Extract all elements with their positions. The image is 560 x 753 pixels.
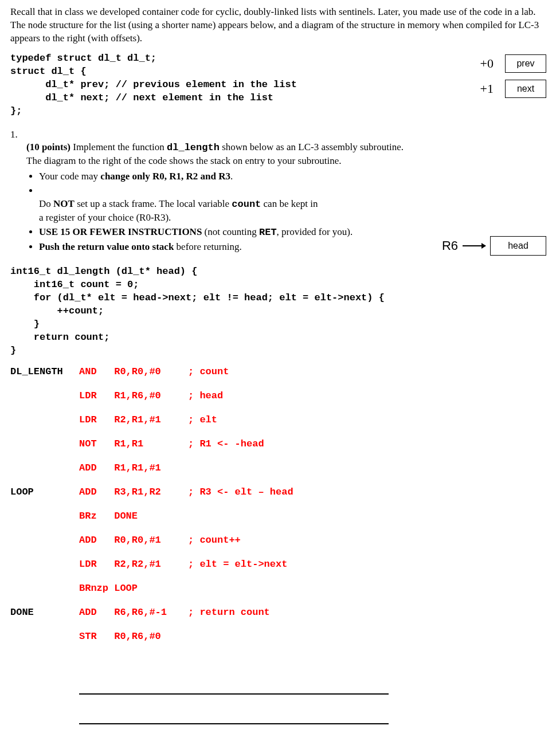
blank-line: [79, 707, 389, 724]
asm-instruction: BRnzp LOOP: [79, 582, 188, 595]
arrow-icon: [463, 245, 485, 246]
q1-lead-a: Implement the function: [71, 142, 167, 152]
asm-row: BRnzp LOOP: [10, 582, 550, 606]
asm-instruction: ADD R0,R0,#1: [79, 534, 188, 547]
asm-comment: ; return count: [188, 606, 270, 619]
intro-paragraph: Recall that in class we developed contai…: [10, 6, 550, 45]
asm-comment: ; R1 <- -head: [188, 438, 264, 451]
blank-line: [79, 677, 389, 695]
assembly-listing: DL_LENGTHAND R0,R0,#0; countLDR R1,R6,#0…: [10, 366, 550, 666]
asm-row: DONEADD R6,R6,#-1; return count: [10, 606, 550, 630]
asm-comment: ; head: [188, 390, 223, 403]
asm-row: ADD R0,R0,#1; count++: [10, 534, 550, 558]
blank-lines: [10, 677, 550, 724]
field-box-prev: prev: [505, 54, 546, 73]
struct-code: typedef struct dl_t dl_t; struct dl_t { …: [10, 52, 550, 118]
asm-row: LDR R2,R2,#1; elt = elt->next: [10, 558, 550, 582]
asm-instruction: NOT R1,R1: [79, 438, 188, 451]
asm-instruction: STR R0,R6,#0: [79, 630, 188, 644]
asm-row: LDR R2,R1,#1; elt: [10, 414, 550, 438]
bullet-bold: change only R0, R1, R2 and R3: [100, 171, 230, 182]
q1-fn-name: dl_length: [167, 142, 220, 153]
bullet-text: .: [230, 171, 233, 182]
asm-comment: ; count++: [188, 534, 241, 547]
asm-row: NOT R1,R1; R1 <- -head: [10, 438, 550, 462]
asm-instruction: BRz DONE: [79, 510, 188, 523]
bullet-bold: Push the return value onto stack: [39, 241, 174, 252]
bullet-text: (not counting: [202, 226, 259, 237]
asm-instruction: LDR R2,R1,#1: [79, 414, 188, 427]
asm-row: LDR R1,R6,#0; head: [10, 390, 550, 414]
asm-row: LOOPADD R3,R1,R2; R3 <- elt – head: [10, 486, 550, 510]
asm-row: DL_LENGTHAND R0,R0,#0; count: [10, 366, 550, 390]
asm-comment: ; R3 <- elt – head: [188, 486, 293, 499]
asm-instruction: LDR R2,R2,#1: [79, 558, 188, 571]
bullet-bold: NOT: [53, 198, 75, 209]
asm-row: BRz DONE: [10, 510, 550, 534]
asm-comment: ; elt: [188, 414, 217, 427]
bullet-mono: count: [232, 199, 261, 210]
c-code: int16_t dl_length (dl_t* head) { int16_t…: [10, 265, 550, 358]
bullet-mono: RET: [259, 227, 277, 238]
bullet-bold: USE 15 OR FEWER INSTRUCTIONS: [39, 226, 202, 237]
offset-label: +0: [474, 55, 494, 72]
asm-row: STR R0,R6,#0: [10, 630, 550, 666]
bullet-text: , provided for you).: [277, 226, 353, 237]
asm-comment: ; elt = elt->next: [188, 558, 287, 571]
stack-diagram: R6 head: [442, 236, 546, 256]
asm-instruction: ADD R1,R1,#1: [79, 462, 188, 475]
ret-row: RET: [10, 740, 550, 754]
asm-label: LOOP: [10, 486, 79, 499]
asm-instruction: AND R0,R0,#0: [79, 366, 188, 379]
stack-cell-head: head: [490, 236, 546, 256]
bullet-item: Do NOT set up a stack frame. The local v…: [39, 185, 550, 225]
question-number: 1.: [10, 128, 22, 255]
field-box-next: next: [505, 80, 546, 98]
bullet-text: before returning.: [174, 241, 241, 252]
bullet-item: Your code may change only R0, R1, R2 and…: [39, 170, 550, 183]
asm-row: ADD R1,R1,#1: [10, 462, 550, 486]
bullet-text: Do: [39, 198, 53, 209]
offset-label: +1: [474, 80, 494, 97]
bullet-text: set up a stack frame. The local variable: [75, 198, 232, 209]
register-label: R6: [442, 237, 458, 254]
asm-instruction: ADD R3,R1,R2: [79, 486, 188, 499]
bullet-text: Your code may: [39, 171, 100, 182]
memory-diagram: +0 prev +1 next: [474, 54, 546, 98]
asm-label: DL_LENGTH: [10, 366, 79, 379]
asm-comment: ; count: [188, 366, 229, 379]
points-label: (10 points): [26, 142, 71, 152]
asm-instruction: LDR R1,R6,#0: [79, 390, 188, 403]
asm-label: DONE: [10, 606, 79, 619]
asm-instruction: ADD R6,R6,#-1: [79, 606, 188, 619]
